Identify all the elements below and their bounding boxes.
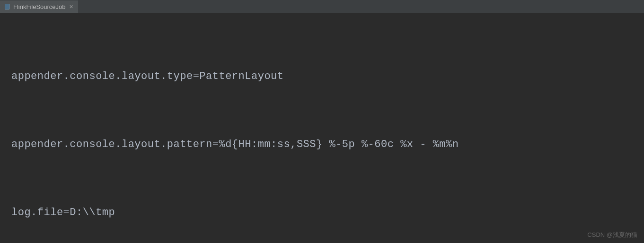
tab-bar: FlinkFileSourceJob ×: [0, 0, 644, 13]
tab-label: FlinkFileSourceJob: [13, 3, 66, 10]
file-icon: [4, 3, 10, 10]
watermark: CSDN @浅夏的猫: [587, 231, 637, 239]
code-line: log.file=D:\\tmp: [11, 201, 644, 224]
code-line: appender.console.layout.type=PatternLayo…: [11, 65, 644, 88]
editor-content[interactable]: appender.console.layout.type=PatternLayo…: [0, 13, 644, 243]
tab-flinkfilesourcejob[interactable]: FlinkFileSourceJob ×: [0, 0, 78, 13]
code-line: appender.console.layout.pattern=%d{HH:mm…: [11, 133, 644, 156]
close-icon[interactable]: ×: [69, 3, 74, 10]
svg-rect-1: [5, 4, 9, 9]
